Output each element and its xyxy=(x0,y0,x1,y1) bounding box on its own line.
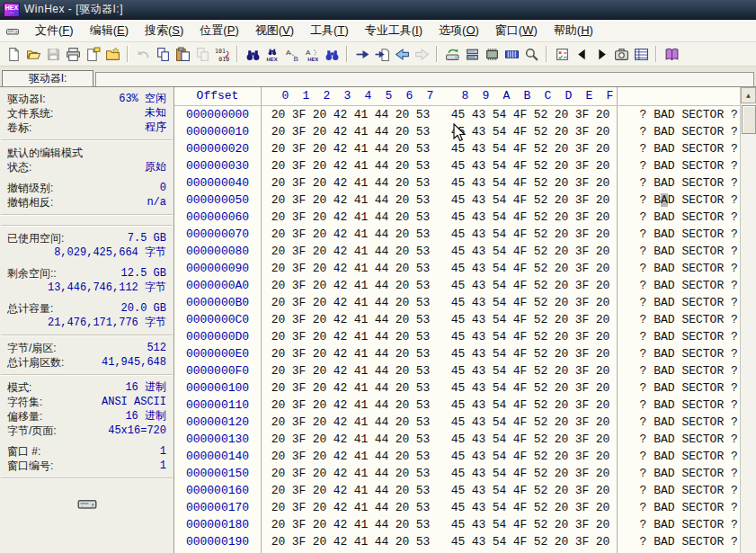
ansi-text-cell[interactable]: ? BAD SECTOR ? xyxy=(626,448,745,465)
copy-button[interactable] xyxy=(153,44,173,64)
byte-cells[interactable]: 203F2042414420534543544F52203F20 xyxy=(268,157,613,174)
directory-browser-button[interactable] xyxy=(631,44,651,64)
ansi-text-cell[interactable]: ? BAD SECTOR ? xyxy=(626,192,745,209)
ansi-text-cell[interactable]: ? BAD SECTOR ? xyxy=(626,123,745,140)
byte: 41 xyxy=(351,397,371,414)
open-folder-button[interactable] xyxy=(23,44,43,64)
ansi-text-cell[interactable]: ? BAD SECTOR ? xyxy=(626,482,745,499)
menu-item[interactable]: 位置(P) xyxy=(191,21,246,40)
ansi-text-cell[interactable]: ? BAD SECTOR ? xyxy=(626,311,745,328)
magnifier-button[interactable] xyxy=(521,44,541,64)
ansi-text-cell[interactable]: ? BAD SECTOR ? xyxy=(626,277,745,294)
byte-cells[interactable]: 203F2042414420534543544F52203F20 xyxy=(268,379,613,397)
ansi-text-cell[interactable]: ? BAD SECTOR ? xyxy=(626,499,745,516)
camera-button[interactable] xyxy=(611,44,631,64)
ansi-text-cell[interactable]: ? BAD SECTOR ? xyxy=(626,106,745,123)
menu-item[interactable]: 视图(V) xyxy=(247,21,302,40)
find-again-button[interactable] xyxy=(322,44,342,64)
byte-cells[interactable]: 203F2042414420534543544F52203F20 xyxy=(268,362,613,379)
ansi-text-cell[interactable]: ? BAD SECTOR ? xyxy=(626,260,745,277)
back-button[interactable] xyxy=(392,44,412,64)
backup-manager-button[interactable] xyxy=(102,44,122,64)
menu-item[interactable]: 选项(O) xyxy=(431,21,487,40)
menu-item[interactable]: 文件(F) xyxy=(27,21,82,40)
ansi-text-cell[interactable]: ? BAD SECTOR ? xyxy=(626,226,745,243)
convert-binary-button[interactable] xyxy=(212,44,232,64)
byte-cells[interactable]: 203F2042414420534543544F52203F20 xyxy=(268,533,613,550)
byte-cells[interactable]: 203F2042414420534543544F52203F20 xyxy=(268,465,613,482)
ansi-text-cell[interactable]: ? BAD SECTOR ? xyxy=(626,414,745,431)
byte-cells[interactable]: 203F2042414420534543544F52203F20 xyxy=(268,140,613,157)
child-window-menu-icon[interactable] xyxy=(5,23,20,38)
vertical-scrollbar[interactable]: ▲ xyxy=(740,87,756,553)
byte-cells[interactable]: 203F2042414420534543544F52203F20 xyxy=(268,499,613,516)
ansi-text-cell[interactable]: ? BAD SECTOR ? xyxy=(626,533,745,550)
byte-cells[interactable]: 203F2042414420534543544F52203F20 xyxy=(268,260,613,277)
byte-cells[interactable]: 203F2042414420534543544F52203F20 xyxy=(268,482,613,499)
calculator-button[interactable] xyxy=(552,44,572,64)
byte-cells[interactable]: 203F2042414420534543544F52203F20 xyxy=(268,431,613,448)
byte-cells[interactable]: 203F2042414420534543544F52203F20 xyxy=(268,448,613,465)
ansi-text-cell[interactable]: ? BAD SECTOR ? xyxy=(626,328,745,345)
paste-button[interactable] xyxy=(173,44,192,64)
menu-item[interactable]: 编辑(E) xyxy=(82,21,137,40)
byte: 20 xyxy=(392,362,413,379)
goto-offset-button[interactable] xyxy=(352,44,372,64)
menu-item[interactable]: 搜索(S) xyxy=(137,21,191,40)
byte-cells[interactable]: 203F2042414420534543544F52203F20 xyxy=(268,209,613,226)
tab-drive-i[interactable]: 驱动器I: xyxy=(2,70,93,86)
byte-cells[interactable]: 203F2042414420534543544F52203F20 xyxy=(268,174,613,192)
ansi-text-cell[interactable]: ? BAD SECTOR ? xyxy=(626,345,745,362)
byte-cells[interactable]: 203F2042414420534543544F52203F20 xyxy=(268,123,613,140)
scrollbar-thumb[interactable] xyxy=(742,105,756,134)
byte-cells[interactable]: 203F2042414420534543544F52203F20 xyxy=(268,243,613,260)
ansi-text-cell[interactable]: ? BAD SECTOR ? xyxy=(626,294,745,311)
title-bar[interactable]: HEX···· WinHex - [驱动器I:] xyxy=(0,0,756,20)
ansi-text-cell[interactable]: ? BAD SECTOR ? xyxy=(626,379,745,397)
ansi-text-cell[interactable]: ? BAD SECTOR ? xyxy=(626,362,745,379)
menu-item[interactable]: 帮助(H) xyxy=(546,21,601,40)
byte: 42 xyxy=(330,345,351,362)
data-interpreter-button[interactable] xyxy=(502,44,521,64)
ansi-text-cell[interactable]: ? BAD SECTOR ? xyxy=(626,243,745,260)
ansi-text-cell[interactable]: ? BAD SECTOR ? xyxy=(626,157,745,174)
replace-hex-button[interactable] xyxy=(302,44,322,64)
replace-text-button[interactable] xyxy=(282,44,302,64)
ansi-text-cell[interactable]: ? BAD SECTOR ? xyxy=(626,397,745,414)
byte: 20 xyxy=(592,379,613,397)
goto-page-button[interactable] xyxy=(372,44,392,64)
byte-cells[interactable]: 203F2042414420534543544F52203F20 xyxy=(268,192,613,209)
drive-tools-button[interactable] xyxy=(462,44,482,64)
scroll-up-button[interactable]: ▲ xyxy=(741,87,756,103)
byte-cells[interactable]: 203F2042414420534543544F52203F20 xyxy=(268,414,613,431)
byte-cells[interactable]: 203F2042414420534543544F52203F20 xyxy=(268,294,613,311)
ansi-text-cell[interactable]: ? BAD SECTOR ? xyxy=(626,516,745,533)
new-file-button[interactable] xyxy=(4,44,23,64)
find-hex-button[interactable] xyxy=(262,44,282,64)
prev-window-button[interactable] xyxy=(572,44,591,64)
ansi-text-cell[interactable]: ? BAD SECTOR ? xyxy=(626,465,745,482)
properties-button[interactable] xyxy=(83,44,102,64)
next-window-button[interactable] xyxy=(591,44,611,64)
open-disk-button[interactable] xyxy=(442,44,462,64)
byte-cells[interactable]: 203F2042414420534543544F52203F20 xyxy=(268,397,613,414)
ram-editor-button[interactable] xyxy=(482,44,502,64)
byte-cells[interactable]: 203F2042414420534543544F52203F20 xyxy=(268,516,613,533)
byte-cells[interactable]: 203F2042414420534543544F52203F20 xyxy=(268,328,613,345)
print-button[interactable] xyxy=(63,44,83,64)
byte-cells[interactable]: 203F2042414420534543544F52203F20 xyxy=(268,226,613,243)
help-book-button[interactable] xyxy=(662,44,681,64)
find-text-button[interactable] xyxy=(243,44,262,64)
menu-item[interactable]: 工具(T) xyxy=(302,21,357,40)
ansi-text-cell[interactable]: ? BAD SECTOR ? xyxy=(626,140,745,157)
menu-item[interactable]: 专业工具(I) xyxy=(357,21,431,40)
byte-cells[interactable]: 203F2042414420534543544F52203F20 xyxy=(268,277,613,294)
drive-graphic xyxy=(0,492,173,513)
byte-cells[interactable]: 203F2042414420534543544F52203F20 xyxy=(268,106,613,123)
ansi-text-cell[interactable]: ? BAD SECTOR ? xyxy=(626,174,745,192)
ansi-text-cell[interactable]: ? BAD SECTOR ? xyxy=(626,209,745,226)
byte-cells[interactable]: 203F2042414420534543544F52203F20 xyxy=(268,311,613,328)
ansi-text-cell[interactable]: ? BAD SECTOR ? xyxy=(626,431,745,448)
menu-item[interactable]: 窗口(W) xyxy=(487,21,546,40)
byte-cells[interactable]: 203F2042414420534543544F52203F20 xyxy=(268,345,613,362)
